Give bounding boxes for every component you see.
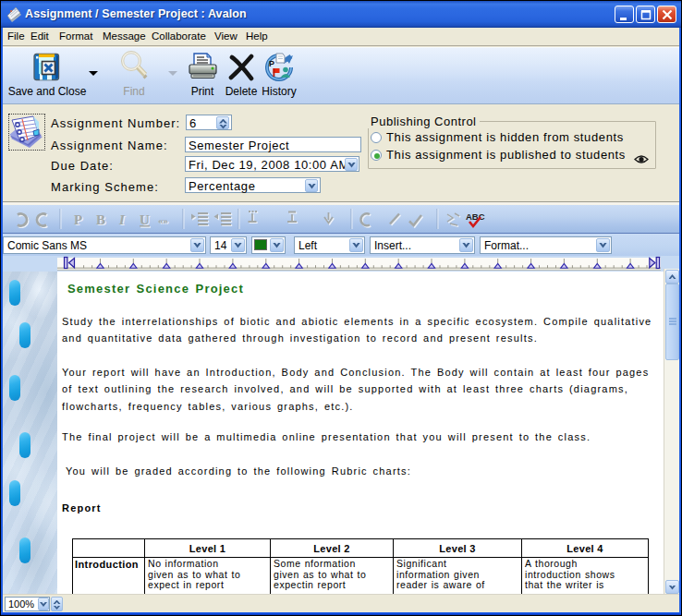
svg-text:P: P — [74, 212, 82, 227]
svg-text:P: P — [269, 59, 274, 68]
svg-text:U: U — [140, 212, 150, 227]
svg-text:I: I — [118, 212, 126, 227]
svg-text:ABC: ABC — [466, 211, 485, 222]
svg-text:«»: «» — [158, 214, 168, 225]
svg-text:B: B — [96, 212, 105, 227]
